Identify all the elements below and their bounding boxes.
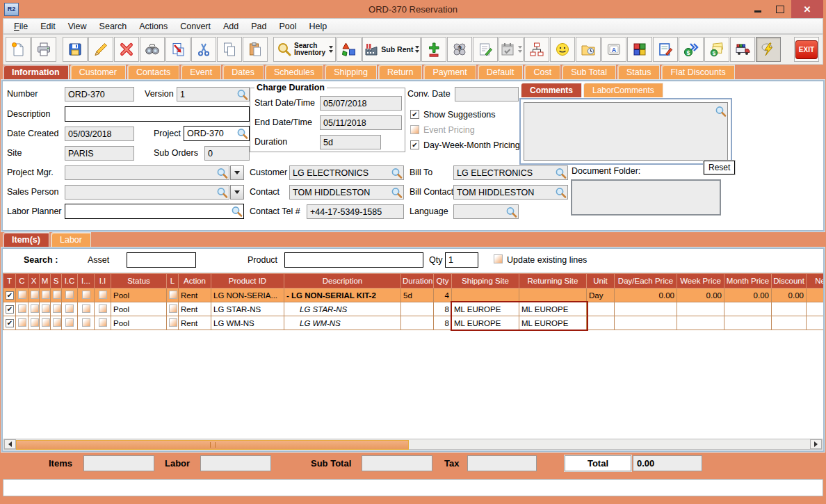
m-checkbox[interactable]	[42, 291, 50, 299]
menu-search[interactable]: Search	[93, 20, 133, 33]
close-button[interactable]: ✕	[791, 0, 823, 18]
column-header-i-[interactable]: I...	[78, 274, 95, 288]
qty-cell[interactable]: 8	[434, 316, 452, 330]
search-icon[interactable]	[216, 167, 228, 179]
duration-cell[interactable]	[401, 316, 434, 330]
l-cell[interactable]	[167, 302, 179, 316]
shipping-site-cell[interactable]: ML EUROPE	[452, 316, 519, 330]
sales-person-dropdown[interactable]	[230, 185, 244, 200]
bill-to-field[interactable]: LG ELECTRONICS	[453, 165, 568, 180]
m-checkbox[interactable]	[42, 304, 50, 313]
language-field[interactable]	[453, 204, 519, 219]
column-header-returning-site[interactable]: Returning Site	[519, 274, 587, 288]
idots-checkbox[interactable]	[82, 291, 90, 299]
ne-cell[interactable]	[807, 288, 824, 302]
l-cell[interactable]	[167, 316, 179, 330]
ii-checkbox[interactable]	[99, 318, 107, 327]
tab-default[interactable]: Default	[478, 65, 524, 80]
duration-field[interactable]: 5d	[320, 135, 381, 149]
shapes-3d-button[interactable]	[337, 37, 362, 62]
scroll-right-button[interactable]	[810, 439, 822, 449]
day-week-month-checkbox[interactable]	[410, 140, 419, 149]
search-icon[interactable]	[555, 167, 567, 179]
delete-button[interactable]	[114, 37, 139, 62]
add-remove-button[interactable]	[421, 37, 446, 62]
title-bar[interactable]: R2 ORD-370 Reservation ✕	[3, 0, 823, 18]
c-cell[interactable]	[16, 288, 29, 302]
ii-checkbox[interactable]	[99, 291, 107, 299]
sales-person-field[interactable]	[65, 185, 229, 200]
conv-date-field[interactable]	[455, 87, 519, 101]
description-field[interactable]	[65, 106, 250, 122]
tab-sub-total[interactable]: Sub Total	[562, 65, 616, 80]
column-header-i-c[interactable]: I.C	[62, 274, 78, 288]
idots-cell[interactable]	[78, 288, 95, 302]
description-cell[interactable]: LG WM-NS	[284, 316, 401, 330]
search-icon[interactable]	[391, 186, 403, 198]
key-a-button[interactable]: A	[601, 37, 626, 62]
ic-cell[interactable]	[62, 288, 78, 302]
shipping-site-cell[interactable]: ML EUROPE	[452, 302, 519, 316]
number-field[interactable]: ORD-370	[65, 87, 134, 101]
tab-event[interactable]: Event	[181, 65, 221, 80]
l-checkbox[interactable]	[169, 318, 177, 327]
column-header-week-price[interactable]: Week Price	[677, 274, 724, 288]
l-checkbox[interactable]	[169, 304, 177, 313]
sub-orders-field[interactable]: 0	[204, 146, 250, 161]
update-existing-lines-checkbox[interactable]	[494, 254, 503, 263]
t-cell[interactable]	[3, 288, 16, 302]
discount-cell[interactable]: 0.00	[772, 288, 807, 302]
column-header-t[interactable]: T	[3, 274, 16, 288]
day-each-price-cell[interactable]: 0.00	[615, 288, 677, 302]
status-cell[interactable]: Pool	[111, 288, 167, 302]
paste-special-button[interactable]	[165, 37, 191, 62]
ne-cell[interactable]	[807, 302, 824, 316]
column-header-product-id[interactable]: Product ID	[211, 274, 284, 288]
save-button[interactable]	[63, 37, 88, 62]
folder-clock-button[interactable]	[576, 37, 601, 62]
column-header-action[interactable]: Action	[179, 274, 211, 288]
duration-cell[interactable]	[401, 302, 434, 316]
column-header-qty[interactable]: Qty	[434, 274, 452, 288]
blocks-button[interactable]	[627, 37, 652, 62]
s-cell[interactable]	[51, 288, 62, 302]
find-binoculars-button[interactable]	[140, 37, 165, 62]
ii-checkbox[interactable]	[99, 304, 107, 313]
month-price-cell[interactable]: 0.00	[724, 288, 772, 302]
paste-button[interactable]	[243, 37, 268, 62]
project-mgr-field[interactable]	[65, 165, 229, 180]
calendar-button[interactable]	[499, 37, 524, 62]
week-price-cell[interactable]: 0.00	[677, 288, 724, 302]
scroll-left-button[interactable]	[4, 439, 16, 449]
date-created-field[interactable]: 05/03/2018	[65, 127, 134, 141]
column-header-description[interactable]: Description	[284, 274, 401, 288]
items-table[interactable]: TCXMSI.CI...I.IStatusLActionProduct IDDe…	[3, 273, 823, 330]
cut-button[interactable]	[191, 37, 216, 62]
column-header-discount[interactable]: Discount	[772, 274, 807, 288]
search-icon[interactable]	[391, 167, 403, 179]
exit-button[interactable]: EXIT	[794, 37, 819, 62]
s-cell[interactable]	[51, 316, 62, 330]
project-mgr-dropdown[interactable]	[230, 165, 244, 180]
discount-cell[interactable]	[772, 316, 807, 330]
t-cell[interactable]	[3, 316, 16, 330]
show-suggestions-checkbox[interactable]	[410, 110, 419, 119]
c-checkbox[interactable]	[18, 318, 26, 327]
horizontal-scrollbar[interactable]	[3, 439, 823, 450]
t-cell[interactable]	[3, 302, 16, 316]
tab-payment[interactable]: Payment	[423, 65, 476, 80]
x-cell[interactable]	[29, 316, 40, 330]
version-field[interactable]: 1	[177, 87, 250, 101]
items-tab-item-s-[interactable]: Item(s)	[3, 232, 49, 247]
l-cell[interactable]	[167, 288, 179, 302]
x-checkbox[interactable]	[31, 304, 39, 313]
bill-contact-field[interactable]: TOM HIDDLESTON	[453, 185, 568, 200]
ne-cell[interactable]	[807, 316, 824, 330]
t-checkbox[interactable]	[6, 319, 14, 327]
search-icon[interactable]	[216, 186, 228, 198]
c-checkbox[interactable]	[18, 304, 26, 313]
column-header-unit[interactable]: Unit	[587, 274, 615, 288]
comments-textarea[interactable]	[524, 102, 728, 161]
tab-information[interactable]: Information	[3, 65, 69, 80]
scrollbar-thumb[interactable]	[16, 440, 409, 450]
